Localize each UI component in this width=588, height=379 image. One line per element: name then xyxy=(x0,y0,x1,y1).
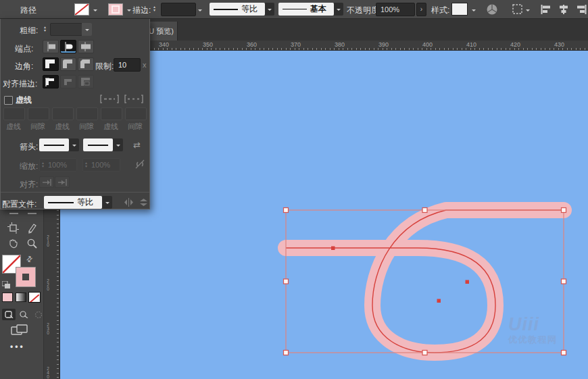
draw-inside-button[interactable] xyxy=(32,309,45,320)
ruler-tick xyxy=(57,276,59,277)
profile-dropdown[interactable]: 等比 xyxy=(44,196,102,209)
ruler-tick xyxy=(228,48,229,50)
profile-chevron[interactable] xyxy=(102,196,112,209)
tool-partial-icon[interactable] xyxy=(9,209,18,214)
h-ruler-label: 340 xyxy=(159,41,169,48)
ruler-tick xyxy=(431,48,431,50)
watermark-site: 优优教程网 xyxy=(508,334,576,346)
none-mode-button[interactable] xyxy=(29,293,40,302)
brush-dropdown[interactable]: 基本 xyxy=(278,3,334,16)
align-stroke-inside-button[interactable] xyxy=(60,75,76,89)
scale-end-box[interactable]: ▴▾ 100% xyxy=(82,158,120,172)
h-ruler-label: 350 xyxy=(203,41,213,48)
weight-value-box[interactable] xyxy=(50,23,82,36)
fill-swatch[interactable] xyxy=(74,3,89,16)
miter-limit-input[interactable]: 10 xyxy=(114,58,141,72)
pencil-tool[interactable] xyxy=(26,222,38,234)
align-right-icon[interactable] xyxy=(576,5,587,14)
dashed-line-label: 虚线 xyxy=(16,95,32,106)
weight-chevron[interactable] xyxy=(82,23,92,36)
stroke-color-swatch[interactable] xyxy=(108,3,123,16)
join-round-button[interactable] xyxy=(60,57,76,71)
zoom-tool[interactable] xyxy=(26,238,38,249)
opacity-panel-button[interactable]: › xyxy=(416,3,426,16)
dash-value-box[interactable] xyxy=(28,107,49,120)
dash-value-box[interactable] xyxy=(3,107,25,120)
join-miter-button[interactable] xyxy=(43,57,59,71)
edit-toolbar-ellipsis[interactable]: ••• xyxy=(10,342,25,351)
arrow-align-end-button[interactable] xyxy=(55,176,70,188)
dash-value-box[interactable] xyxy=(52,107,74,120)
flip-along-icon[interactable] xyxy=(139,198,149,207)
stroke-weight-label: 描边: xyxy=(132,5,151,16)
profile-line-icon xyxy=(214,9,238,10)
align-stroke-center-button[interactable] xyxy=(43,75,59,89)
hand-tool[interactable] xyxy=(7,238,19,249)
dash-align-icon[interactable] xyxy=(124,94,144,104)
color-mode-button[interactable] xyxy=(2,293,13,302)
ruler-tick xyxy=(57,329,59,330)
stroke-dropdown-chevron[interactable] xyxy=(127,9,131,14)
dash-value-box[interactable] xyxy=(101,107,122,120)
cap-butt-button[interactable] xyxy=(43,40,59,53)
arrow-start-chevron[interactable] xyxy=(69,138,79,151)
transform-options-icon[interactable] xyxy=(512,4,523,15)
ruler-tick xyxy=(189,48,190,50)
h-ruler-label: 370 xyxy=(291,41,301,48)
ruler-tick xyxy=(281,48,282,50)
join-bevel-button[interactable] xyxy=(78,57,94,71)
scale-start-box[interactable]: ▴▾ 100% xyxy=(39,158,77,172)
stroke-swatch-active[interactable] xyxy=(16,268,35,286)
opacity-value-box[interactable]: 100% xyxy=(376,3,415,16)
brush-chevron[interactable] xyxy=(334,3,343,16)
align-left-icon[interactable] xyxy=(541,5,552,14)
width-profile-dropdown[interactable]: 等比 xyxy=(210,3,265,16)
h-ruler-label: 360 xyxy=(247,41,257,48)
tool-partial-icon[interactable] xyxy=(28,209,36,214)
watermark: Uiii 优优教程网 xyxy=(508,315,576,346)
ruler-tick xyxy=(57,307,59,307)
style-swatch[interactable] xyxy=(451,3,468,16)
screen-mode-icon[interactable] xyxy=(11,324,28,338)
stroke-weight-value[interactable] xyxy=(161,3,196,16)
cap-projecting-button[interactable] xyxy=(78,40,94,53)
ruler-tick xyxy=(541,48,541,50)
ruler-tick xyxy=(185,48,185,50)
ruler-tick xyxy=(562,48,563,50)
link-scales-icon[interactable] xyxy=(134,159,145,170)
cap-round-button[interactable] xyxy=(60,40,76,53)
ruler-tick xyxy=(523,48,524,50)
stroke-weight-stepper[interactable]: ▴▾ xyxy=(151,5,157,12)
draw-normal-button[interactable] xyxy=(2,309,16,320)
recolor-artwork-icon[interactable] xyxy=(486,3,498,16)
artboard-tool[interactable] xyxy=(7,222,19,234)
dash-value-box[interactable] xyxy=(76,107,98,120)
ruler-tick xyxy=(585,48,585,50)
draw-behind-button[interactable] xyxy=(17,309,30,320)
width-profile-chevron[interactable] xyxy=(265,3,274,16)
weight-stepper[interactable]: ▴▾ xyxy=(42,26,48,32)
flip-across-icon[interactable] xyxy=(124,198,134,207)
ruler-tick xyxy=(356,48,357,50)
v-ruler-label: 210 xyxy=(45,235,51,247)
transform-options-chevron[interactable] xyxy=(526,9,530,14)
swap-fill-stroke-icon[interactable]: ⇄ xyxy=(24,254,35,265)
arrow-start-dropdown[interactable] xyxy=(39,138,69,151)
ruler-tick xyxy=(57,359,59,360)
dashed-line-checkbox[interactable] xyxy=(4,96,13,105)
default-fill-stroke-icon[interactable] xyxy=(2,280,11,292)
style-chevron[interactable] xyxy=(472,9,476,14)
ruler-tick xyxy=(57,241,59,242)
align-center-icon[interactable] xyxy=(558,5,569,14)
arrow-align-tip-button[interactable] xyxy=(39,176,54,188)
ruler-tick xyxy=(470,48,471,50)
stroke-weight-chevron[interactable] xyxy=(198,9,202,14)
dash-preserve-icon[interactable] xyxy=(99,94,120,104)
fill-dropdown-chevron[interactable] xyxy=(93,9,97,14)
arrow-end-chevron[interactable] xyxy=(113,138,123,151)
arrow-end-dropdown[interactable] xyxy=(83,138,113,151)
dash-value-box[interactable] xyxy=(125,107,147,120)
swap-arrows-icon[interactable]: ⇄ xyxy=(133,140,141,150)
align-stroke-outside-button[interactable] xyxy=(78,75,94,89)
gradient-mode-button[interactable] xyxy=(16,293,26,302)
